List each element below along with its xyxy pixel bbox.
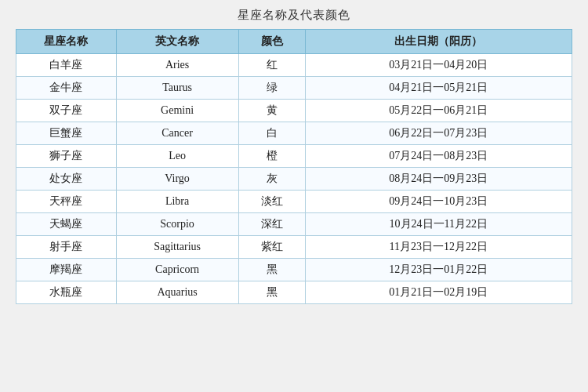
table-row: 狮子座Leo橙07月24日一08月23日	[16, 145, 572, 168]
header-date: 出生日期（阳历）	[305, 30, 572, 54]
header-color: 颜色	[238, 30, 305, 54]
cell-date: 12月23日一01月22日	[305, 259, 572, 281]
cell-color: 橙	[238, 145, 305, 168]
table-row: 天蝎座Scorpio深红10月24日一11月22日	[16, 213, 572, 236]
cell-date: 07月24日一08月23日	[305, 145, 572, 168]
cell-english: Libra	[116, 191, 238, 213]
table-header-row: 星座名称 英文名称 颜色 出生日期（阳历）	[16, 30, 572, 54]
table-row: 金牛座Taurus绿04月21日一05月21日	[16, 77, 572, 100]
table-row: 双子座Gemini黄05月22日一06月21日	[16, 100, 572, 122]
cell-color: 白	[238, 122, 305, 145]
cell-english: Leo	[116, 145, 238, 168]
cell-color: 黑	[238, 281, 305, 304]
cell-english: Capricorn	[116, 259, 238, 281]
cell-color: 紫红	[238, 236, 305, 259]
page-title: 星座名称及代表颜色	[16, 8, 572, 23]
cell-english: Scorpio	[116, 213, 238, 236]
main-container: 星座名称及代表颜色 星座名称 英文名称 颜色 出生日期（阳历） 白羊座Aries…	[16, 8, 572, 304]
cell-date: 05月22日一06月21日	[305, 100, 572, 122]
header-english: 英文名称	[116, 30, 238, 54]
table-row: 处女座Virgo灰08月24日一09月23日	[16, 168, 572, 191]
cell-date: 08月24日一09月23日	[305, 168, 572, 191]
cell-date: 04月21日一05月21日	[305, 77, 572, 100]
cell-date: 11月23日一12月22日	[305, 236, 572, 259]
table-row: 天秤座Libra淡红09月24日一10月23日	[16, 191, 572, 213]
cell-english: Virgo	[116, 168, 238, 191]
cell-date: 03月21日一04月20日	[305, 54, 572, 77]
cell-chinese: 巨蟹座	[16, 122, 117, 145]
cell-chinese: 天蝎座	[16, 213, 117, 236]
cell-chinese: 双子座	[16, 100, 117, 122]
cell-chinese: 白羊座	[16, 54, 117, 77]
cell-date: 06月22日一07月23日	[305, 122, 572, 145]
cell-english: Gemini	[116, 100, 238, 122]
cell-color: 红	[238, 54, 305, 77]
cell-date: 10月24日一11月22日	[305, 213, 572, 236]
header-chinese: 星座名称	[16, 30, 117, 54]
table-row: 摩羯座Capricorn黑12月23日一01月22日	[16, 259, 572, 281]
cell-chinese: 天秤座	[16, 191, 117, 213]
cell-chinese: 狮子座	[16, 145, 117, 168]
cell-color: 绿	[238, 77, 305, 100]
cell-chinese: 射手座	[16, 236, 117, 259]
table-body: 白羊座Aries红03月21日一04月20日金牛座Taurus绿04月21日一0…	[16, 54, 572, 304]
cell-english: Cancer	[116, 122, 238, 145]
cell-date: 01月21日一02月19日	[305, 281, 572, 304]
cell-english: Aries	[116, 54, 238, 77]
table-row: 水瓶座Aquarius黑01月21日一02月19日	[16, 281, 572, 304]
cell-color: 灰	[238, 168, 305, 191]
cell-chinese: 摩羯座	[16, 259, 117, 281]
cell-english: Taurus	[116, 77, 238, 100]
cell-chinese: 处女座	[16, 168, 117, 191]
cell-date: 09月24日一10月23日	[305, 191, 572, 213]
zodiac-table: 星座名称 英文名称 颜色 出生日期（阳历） 白羊座Aries红03月21日一04…	[16, 29, 572, 304]
table-row: 白羊座Aries红03月21日一04月20日	[16, 54, 572, 77]
cell-color: 黄	[238, 100, 305, 122]
cell-chinese: 水瓶座	[16, 281, 117, 304]
cell-color: 黑	[238, 259, 305, 281]
cell-english: Sagittarius	[116, 236, 238, 259]
table-row: 射手座Sagittarius紫红11月23日一12月22日	[16, 236, 572, 259]
cell-color: 淡红	[238, 191, 305, 213]
cell-english: Aquarius	[116, 281, 238, 304]
table-row: 巨蟹座Cancer白06月22日一07月23日	[16, 122, 572, 145]
cell-chinese: 金牛座	[16, 77, 117, 100]
cell-color: 深红	[238, 213, 305, 236]
